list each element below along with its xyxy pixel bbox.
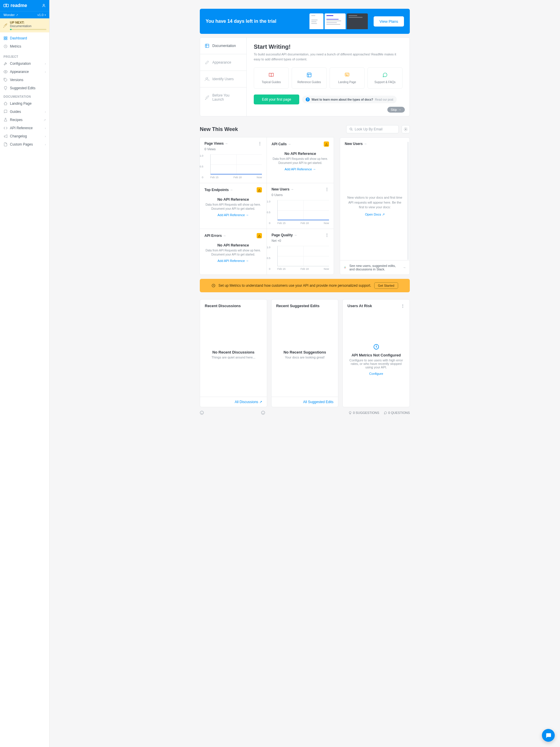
edit-first-page-button[interactable]: Edit your first page <box>254 95 299 104</box>
scrollbar[interactable] <box>407 142 409 260</box>
onboard-card-topical-guides[interactable]: Topical Guides <box>254 68 289 89</box>
get-started-button[interactable]: Get Started <box>374 282 398 289</box>
widget-api-calls: API Calls→ △ No API Reference Data from … <box>266 137 334 183</box>
nav-item-configuration[interactable]: Configuration› <box>0 59 49 68</box>
nav-item-appearance[interactable]: Appearance› <box>0 68 49 76</box>
widget-menu-button[interactable]: ⋮ <box>325 233 329 237</box>
gear-icon <box>404 127 408 131</box>
svg-rect-19 <box>345 266 345 267</box>
widget-header[interactable]: Page Quality→ ⋮ <box>272 233 329 237</box>
help-pill[interactable]: ? Want to learn more about the types of … <box>302 96 397 103</box>
smile-icon[interactable] <box>261 411 265 415</box>
eye-icon <box>3 70 7 74</box>
user-icon[interactable] <box>42 3 46 7</box>
help-question: Want to learn more about the types of do… <box>311 98 373 101</box>
view-plans-button[interactable]: View Plans <box>374 16 404 27</box>
nav-item-changelog[interactable]: Changelog› <box>0 132 49 140</box>
onboard-card-reference-guides[interactable]: Reference Guides <box>292 68 327 89</box>
upnext-value: Documentation <box>10 24 31 28</box>
onboard-tab-identify-users[interactable]: Identify Users <box>200 71 247 87</box>
onboard-title: Start Writing! <box>254 44 403 50</box>
smile-icon[interactable] <box>200 411 204 415</box>
external-link-icon: ↗ <box>44 119 46 122</box>
widget-header[interactable]: New Users→ <box>345 142 405 146</box>
svg-point-10 <box>4 79 5 79</box>
empty-title: No Recent Discussions <box>212 350 255 354</box>
tab-icon <box>205 44 209 48</box>
settings-button[interactable] <box>402 125 410 133</box>
warning-icon[interactable]: △ <box>257 187 262 192</box>
nav-label: Appearance <box>10 70 29 74</box>
onboard-tab-documentation[interactable]: Documentation <box>200 37 247 54</box>
slack-integration-row[interactable]: See new users, suggested edits, and disc… <box>340 260 409 275</box>
widget-header[interactable]: Top Endpoints→ △ <box>204 187 262 192</box>
metrics-setup-banner: Set up Metrics to understand how custome… <box>200 279 410 292</box>
add-api-reference-link[interactable]: Add API Reference → <box>204 259 262 262</box>
nav-item-recipes[interactable]: Recipes↗ <box>0 116 49 124</box>
widget-header[interactable]: API Errors→ △ <box>204 233 262 238</box>
onboard-card-support-faqs[interactable]: Support & FAQs <box>367 68 403 89</box>
skip-button[interactable]: Skip → <box>387 107 405 112</box>
tab-label: Before You Launch <box>212 93 242 102</box>
intercom-launcher[interactable] <box>542 729 555 742</box>
bookopen-icon <box>269 72 274 78</box>
all-discussions-link[interactable]: All Discussions ↗ <box>200 397 267 407</box>
svg-rect-20 <box>345 268 345 268</box>
questions-stat[interactable]: 0 QUESTIONS <box>384 411 410 414</box>
configure-link[interactable]: Configure <box>369 372 383 376</box>
nav-label: Metrics <box>10 44 21 48</box>
widget-menu-button[interactable]: ⋮ <box>401 304 405 308</box>
nav-item-guides[interactable]: Guides› <box>0 108 49 116</box>
open-docs-link[interactable]: Open Docs ↗ <box>365 212 384 217</box>
chevron-right-icon: › <box>45 143 46 146</box>
nav-label: Guides <box>10 110 21 114</box>
warning-icon[interactable]: △ <box>324 141 329 147</box>
onboard-tab-before-you-launch[interactable]: Before You Launch <box>200 87 247 107</box>
empty-subtitle: Your docs are looking great! <box>285 356 325 359</box>
nav-label: Landing Page <box>10 102 31 106</box>
nav-item-versions[interactable]: Versions <box>0 76 49 84</box>
version-selector[interactable]: v1.0▾ <box>37 13 46 17</box>
clock-icon <box>211 284 215 288</box>
nav-item-suggested-edits[interactable]: Suggested Edits <box>0 84 49 92</box>
suggestions-stat[interactable]: 0 SUGGESTIONS <box>349 411 379 414</box>
panel-description: New visitors to your docs and first time… <box>346 195 404 210</box>
tab-icon <box>205 60 209 65</box>
add-api-reference-link[interactable]: Add API Reference → <box>272 168 329 171</box>
onboard-card-landing-page[interactable]: Landing Page <box>330 68 364 89</box>
metrics-banner-text: Set up Metrics to understand how custome… <box>219 284 371 288</box>
tab-icon <box>205 95 209 100</box>
svg-rect-4 <box>4 37 5 38</box>
add-api-reference-link[interactable]: Add API Reference → <box>204 213 262 217</box>
widget-header[interactable]: API Calls→ △ <box>272 141 329 147</box>
widget-menu-button[interactable]: ⋮ <box>258 141 262 146</box>
empty-title: No Recent Suggestions <box>283 350 326 354</box>
chevron-right-icon: › <box>45 62 46 65</box>
trial-message: You have 14 days left in the trial <box>206 19 304 24</box>
logo[interactable]: readme <box>3 3 27 8</box>
onboard-tab-appearance[interactable]: Appearance <box>200 54 247 71</box>
warning-icon[interactable]: △ <box>257 233 262 238</box>
nav-item-custom-pages[interactable]: Custom Pages› <box>0 140 49 149</box>
slack-text: See new users, suggested edits, and disc… <box>350 264 400 271</box>
noref-desc: Data from API Requests will show up here… <box>272 157 329 165</box>
widget-subtitle: 0 Views <box>204 147 262 151</box>
nav-item-dashboard[interactable]: Dashboard <box>0 34 49 42</box>
upnext-banner[interactable]: UP NEXT: Documentation <box>0 18 49 32</box>
nav-label: Versions <box>10 78 23 82</box>
widget-subtitle: 0 Users <box>272 193 329 197</box>
widget-menu-button[interactable]: ⋮ <box>325 187 329 191</box>
arrow-right-icon: → <box>223 234 226 237</box>
search-input[interactable]: Look Up By Email <box>346 125 399 133</box>
nav-item-api-reference[interactable]: API Reference› <box>0 124 49 132</box>
widget-header[interactable]: New Users→ ⋮ <box>272 187 329 191</box>
nav-item-landing-page[interactable]: Landing Page <box>0 100 49 108</box>
chevron-right-icon: › <box>45 110 46 113</box>
file-icon <box>3 142 7 147</box>
all-suggested-edits-link[interactable]: All Suggested Edits <box>272 397 338 407</box>
project-selector[interactable]: Wonder↗ v1.0▾ <box>0 11 49 18</box>
main-content: You have 14 days left in the trial View … <box>191 0 418 747</box>
chat-icon <box>382 72 388 78</box>
nav-item-metrics[interactable]: Metrics <box>0 42 49 50</box>
widget-header[interactable]: Page Views→ ⋮ <box>204 141 262 146</box>
